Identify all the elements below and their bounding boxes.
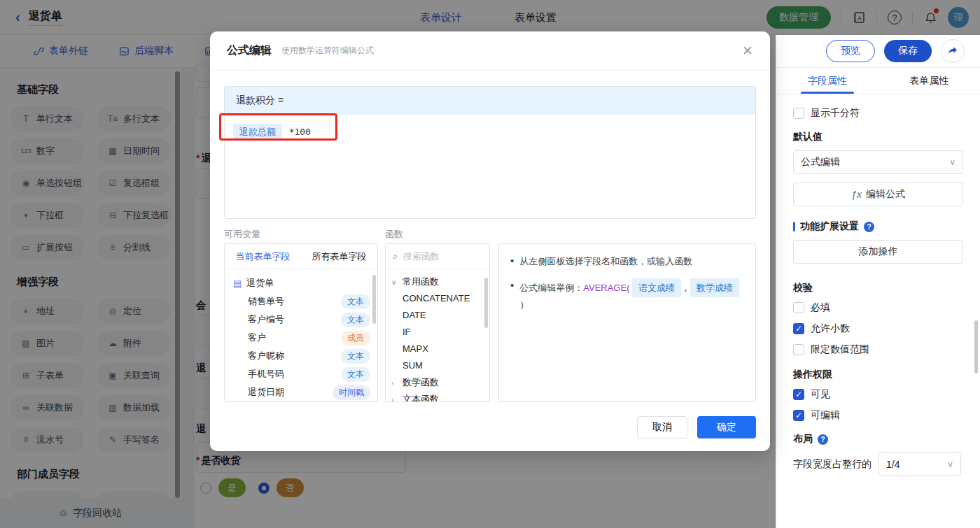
function-name-example: AVERAGE( (583, 283, 629, 293)
tab-current-form-fields[interactable]: 当前表单字段 (225, 244, 301, 269)
functions-scrollbar[interactable] (484, 278, 488, 328)
variables-scrollbar[interactable] (372, 275, 376, 324)
function-search-input[interactable]: ⌕ 搜索函数 (386, 244, 489, 269)
checkbox-icon[interactable] (793, 302, 804, 313)
preview-button[interactable]: 预览 (826, 40, 875, 62)
help-tip-1: 从左侧面板选择字段名和函数，或输入函数 (519, 254, 692, 269)
type-badge: 文本 (341, 294, 370, 309)
checkbox-thousand-separator[interactable]: 显示千分符 (793, 107, 963, 120)
checkbox-checked-icon[interactable] (793, 410, 804, 421)
checkbox-checked-icon[interactable] (793, 389, 804, 400)
variable-row[interactable]: 客户编号文本 (233, 311, 370, 329)
checkbox-allow-decimal[interactable]: 允许小数 (793, 322, 963, 335)
edit-formula-button[interactable]: ƒx 编辑公式 (793, 183, 963, 206)
default-value-label: 默认值 (793, 131, 963, 143)
default-value-select[interactable]: 公式编辑 ∨ (793, 150, 963, 174)
cancel-button[interactable]: 取消 (637, 416, 687, 438)
modal-title: 公式编辑 (227, 43, 272, 58)
document-icon: ▤ (233, 278, 241, 289)
drawer-scrollbar[interactable] (974, 320, 978, 373)
variables-label: 可用变量 (224, 228, 260, 241)
variable-row[interactable]: 客户成员 (233, 329, 370, 347)
search-icon: ⌕ (393, 250, 398, 262)
variable-row[interactable]: 手机号码文本 (233, 365, 370, 383)
type-badge: 时间戳 (332, 385, 370, 400)
share-arrow-icon (947, 45, 958, 57)
permissions-title: 操作权限 (793, 369, 963, 381)
checkbox-icon[interactable] (793, 108, 804, 119)
chevron-down-icon: ∨ (949, 157, 955, 167)
function-item[interactable]: DATE (391, 307, 484, 324)
type-badge: 文本 (341, 349, 370, 364)
add-action-button[interactable]: 添加操作 (793, 240, 963, 264)
variable-row[interactable]: 销售单号文本 (233, 292, 370, 311)
chevron-down-icon: ∨ (947, 459, 953, 469)
formula-target: 退款积分 = (225, 87, 755, 115)
tab-form-properties[interactable]: 表单属性 (878, 68, 980, 94)
confirm-button[interactable]: 确定 (697, 416, 756, 438)
formula-input-area: 退款积分 = 退款总额 *100 (224, 86, 756, 219)
properties-drawer: 预览 保存 字段属性 表单属性 显示千分符 默认值 公式编辑 ∨ ƒx 编辑公式… (776, 35, 980, 528)
extension-help-icon[interactable]: ? (864, 222, 874, 232)
modal-subtitle: 使用数学运算符编辑公式 (281, 45, 374, 57)
search-placeholder: 搜索函数 (403, 250, 440, 263)
help-tip-2: 公式编辑举例：AVERAGE( 语文成绩，数学成绩） (519, 278, 744, 312)
function-item[interactable]: MAPX (391, 341, 484, 357)
functions-panel: ⌕ 搜索函数 ∨ 常用函数 CONCATENATE DATE IF MAPX S… (385, 243, 490, 402)
type-badge: 文本 (341, 367, 370, 382)
example-chip: 语文成绩 (632, 278, 681, 297)
function-item[interactable]: SUM (391, 357, 484, 374)
variables-panel: 当前表单字段 所有表单字段 ▤ 退货单 销售单号文本 客户编号文本 客户成员 客… (224, 243, 378, 402)
save-button[interactable]: 保存 (884, 40, 932, 62)
layout-help-icon[interactable]: ? (818, 434, 828, 445)
function-group-common[interactable]: ∨ 常用函数 (391, 273, 484, 290)
variable-row[interactable]: 退货日期时间戳 (233, 383, 370, 401)
validation-title: 校验 (793, 282, 963, 294)
extension-settings-title: 功能扩展设置 (800, 220, 859, 233)
formula-expression-text: *100 (289, 127, 311, 137)
functions-label: 函数 (385, 228, 403, 241)
variable-row[interactable]: 客户昵称文本 (233, 347, 370, 365)
checkbox-limit-range[interactable]: 限定数值范围 (793, 343, 963, 356)
function-item[interactable]: IF (391, 324, 484, 341)
field-width-label: 字段宽度占整行的 (793, 458, 872, 471)
share-button[interactable] (941, 39, 965, 63)
formula-editor-body[interactable]: 退款总额 *100 (225, 115, 755, 219)
type-badge: 成员 (341, 331, 370, 345)
close-icon[interactable]: ✕ (742, 43, 753, 59)
bullet: • (510, 254, 514, 269)
example-chip: 数学成绩 (690, 278, 739, 297)
field-width-select[interactable]: 1/4 ∨ (878, 452, 961, 476)
caret-right-icon: › (391, 379, 398, 387)
caret-down-icon: ∨ (391, 278, 398, 286)
function-group-math[interactable]: › 数学函数 (391, 374, 484, 391)
tab-field-properties[interactable]: 字段属性 (776, 68, 878, 94)
checkbox-visible[interactable]: 可见 (793, 388, 963, 401)
section-accent-bar (793, 222, 795, 231)
layout-title: 布局 (793, 433, 813, 445)
tab-all-form-fields[interactable]: 所有表单字段 (301, 244, 377, 269)
tree-root-form[interactable]: ▤ 退货单 (233, 274, 370, 292)
formula-field-chip[interactable]: 退款总额 (233, 124, 282, 141)
bullet: • (510, 278, 514, 312)
checkbox-editable[interactable]: 可编辑 (793, 409, 963, 422)
formula-help-panel: • 从左侧面板选择字段名和函数，或输入函数 • 公式编辑举例：AVERAGE( … (498, 243, 756, 402)
function-item[interactable]: CONCATENATE (391, 290, 484, 307)
checkbox-required[interactable]: 必填 (793, 301, 963, 314)
fx-icon: ƒx (851, 189, 862, 200)
function-group-text[interactable]: › 文本函数 (391, 391, 484, 402)
checkbox-icon[interactable] (793, 344, 804, 355)
caret-right-icon: › (391, 396, 398, 403)
checkbox-checked-icon[interactable] (793, 323, 804, 334)
type-badge: 文本 (341, 313, 370, 327)
formula-editor-modal: 公式编辑 使用数学运算符编辑公式 ✕ 退款积分 = 退款总额 *100 可用变量… (210, 31, 770, 451)
